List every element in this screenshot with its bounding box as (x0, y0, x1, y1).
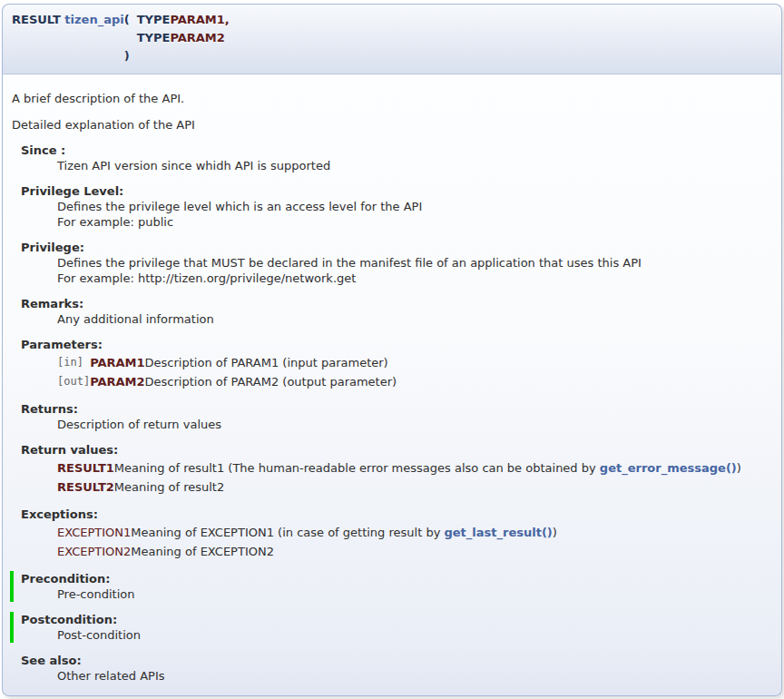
function-name-link[interactable]: tizen_api (64, 13, 123, 26)
exception-row: EXCEPTION1 Meaning of EXCEPTION1 (in cas… (57, 523, 557, 542)
section-exceptions: Exceptions: EXCEPTION1 Meaning of EXCEPT… (21, 507, 772, 561)
section-privilege-level: Privilege Level: Defines the privilege l… (21, 183, 772, 230)
section-returns: Returns: Description of return values (21, 401, 772, 432)
param-direction: [out] (57, 372, 90, 391)
retval-description: Meaning of result1 (The human-readable e… (114, 458, 741, 477)
brief-description: A brief description of the API. (12, 91, 772, 106)
section-privilege: Privilege: Defines the privilege that MU… (21, 240, 772, 286)
parameters-heading: Parameters: (21, 337, 772, 352)
retval-row: RESULT2 Meaning of result2 (57, 477, 741, 497)
exception-name: EXCEPTION1 (57, 523, 131, 542)
close-paren: ) (124, 47, 137, 65)
retval-row: RESULT1 Meaning of result1 (The human-re… (57, 458, 741, 477)
exception-description: Meaning of EXCEPTION1 (in case of gettin… (131, 523, 557, 542)
retval-name: RESULT1 (57, 458, 114, 477)
since-text: Tizen API version since whidh API is sup… (57, 158, 772, 173)
return-values-table: RESULT1 Meaning of result1 (The human-re… (57, 458, 741, 497)
signature-table: RESULT tizen_api ( TYPE PARAM1, TYPE PAR… (12, 11, 230, 65)
param-name: PARAM1 (90, 353, 144, 372)
return-type: RESULT (12, 13, 61, 26)
privilege-level-line: Defines the privilege level which is an … (57, 199, 772, 214)
param-description: Description of PARAM1 (input parameter) (145, 353, 397, 372)
member-documentation: A brief description of the API. Detailed… (2, 74, 782, 696)
section-remarks: Remarks: Any additional information (21, 296, 772, 327)
returns-heading: Returns: (21, 401, 772, 417)
privilege-heading: Privilege: (21, 240, 772, 255)
detailed-description: Detailed explanation of the API (12, 117, 772, 133)
param-row: [in] PARAM1 Description of PARAM1 (input… (57, 353, 397, 372)
get-last-result-link[interactable]: get_last_result() (444, 526, 552, 539)
postcondition-heading: Postcondition: (21, 612, 772, 627)
signature-row: RESULT tizen_api ( TYPE PARAM1, (12, 11, 230, 29)
param-type: TYPE (137, 11, 171, 29)
exception-description: Meaning of EXCEPTION2 (131, 542, 557, 561)
privilege-level-heading: Privilege Level: (21, 183, 772, 199)
param-direction: [in] (57, 353, 90, 372)
param-name: PARAM2 (170, 29, 229, 47)
exceptions-heading: Exceptions: (21, 507, 772, 522)
param-name: PARAM2 (90, 372, 144, 391)
get-error-message-link[interactable]: get_error_message() (600, 461, 737, 475)
returns-text: Description of return values (57, 417, 772, 432)
open-paren: ( (124, 11, 137, 29)
signature-row: ) (12, 47, 230, 65)
see-also-heading: See also: (21, 653, 772, 668)
precondition-heading: Precondition: (21, 571, 772, 586)
privilege-line: Defines the privilege that MUST be decla… (57, 255, 772, 271)
precondition-text: Pre-condition (57, 586, 772, 602)
param-type: TYPE (137, 29, 171, 47)
parameters-table: [in] PARAM1 Description of PARAM1 (input… (57, 353, 397, 391)
postcondition-text: Post-condition (57, 627, 772, 643)
param-description: Description of PARAM2 (output parameter) (145, 372, 397, 391)
param-name: PARAM1, (170, 11, 229, 29)
exception-name: EXCEPTION2 (57, 542, 131, 561)
function-signature-box: RESULT tizen_api ( TYPE PARAM1, TYPE PAR… (2, 4, 782, 74)
exception-row: EXCEPTION2 Meaning of EXCEPTION2 (57, 542, 557, 561)
section-return-values: Return values: RESULT1 Meaning of result… (21, 442, 772, 497)
see-also-text: Other related APIs (57, 668, 772, 684)
since-heading: Since : (21, 143, 772, 158)
api-member-item: RESULT tizen_api ( TYPE PARAM1, TYPE PAR… (2, 4, 782, 696)
param-row: [out] PARAM2 Description of PARAM2 (outp… (57, 372, 397, 391)
section-postcondition: Postcondition: Post-condition (10, 612, 772, 643)
privilege-line: For example: http://tizen.org/privilege/… (57, 271, 772, 286)
section-precondition: Precondition: Pre-condition (10, 571, 772, 602)
retval-description: Meaning of result2 (114, 477, 741, 497)
privilege-level-line: For example: public (57, 214, 772, 230)
return-values-heading: Return values: (21, 442, 772, 458)
retval-name: RESULT2 (57, 477, 114, 497)
remarks-heading: Remarks: (21, 296, 772, 311)
section-since: Since : Tizen API version since whidh AP… (21, 143, 772, 173)
section-parameters: Parameters: [in] PARAM1 Description of P… (21, 337, 772, 391)
remarks-text: Any additional information (57, 311, 772, 327)
section-see-also: See also: Other related APIs (21, 653, 772, 684)
signature-row: TYPE PARAM2 (12, 29, 230, 47)
exceptions-table: EXCEPTION1 Meaning of EXCEPTION1 (in cas… (57, 523, 557, 561)
